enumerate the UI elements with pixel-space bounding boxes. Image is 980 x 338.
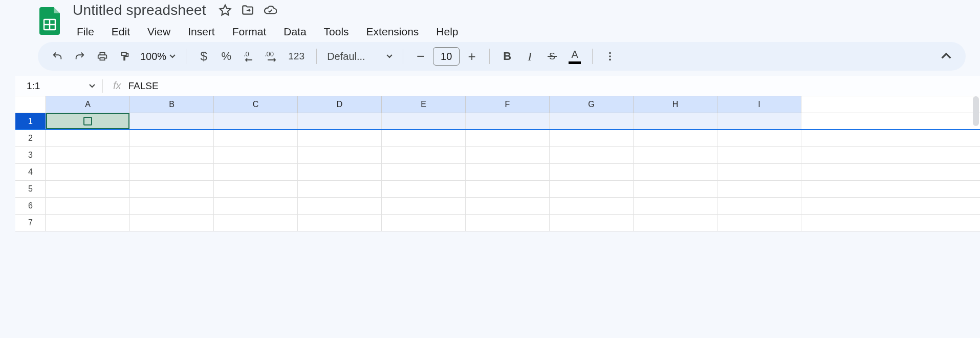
decrease-decimal-button[interactable]: .0	[238, 46, 259, 67]
cell[interactable]	[634, 164, 717, 180]
font-family-select[interactable]: Defaul...	[324, 51, 396, 62]
cell[interactable]	[717, 130, 801, 146]
row-header[interactable]: 7	[15, 215, 46, 231]
cell[interactable]	[466, 147, 550, 163]
cell[interactable]	[298, 181, 382, 197]
cell[interactable]	[130, 130, 214, 146]
cell[interactable]	[130, 181, 214, 197]
paint-format-button[interactable]	[115, 46, 135, 67]
font-size-input[interactable]	[433, 47, 460, 66]
menu-file[interactable]: File	[70, 23, 101, 41]
cell[interactable]	[46, 130, 130, 146]
menu-tools[interactable]: Tools	[317, 23, 356, 41]
text-color-button[interactable]: A	[564, 46, 585, 67]
cell[interactable]	[214, 130, 298, 146]
cell[interactable]	[298, 164, 382, 180]
chevron-down-icon[interactable]	[89, 83, 95, 89]
column-header[interactable]: F	[466, 96, 550, 113]
cell[interactable]	[466, 130, 550, 146]
cell[interactable]	[550, 147, 634, 163]
collapse-toolbar-button[interactable]	[936, 46, 956, 67]
cell[interactable]	[46, 215, 130, 231]
column-header[interactable]: D	[298, 96, 382, 113]
select-all-corner[interactable]	[15, 96, 46, 113]
cell[interactable]	[717, 113, 801, 129]
column-header[interactable]: I	[717, 96, 801, 113]
cell[interactable]	[298, 198, 382, 214]
cloud-status-icon[interactable]	[264, 4, 277, 17]
cell[interactable]	[634, 113, 717, 129]
column-header[interactable]: H	[634, 96, 717, 113]
column-header[interactable]: E	[382, 96, 466, 113]
cell[interactable]	[634, 215, 717, 231]
menu-insert[interactable]: Insert	[181, 23, 222, 41]
menu-extensions[interactable]: Extensions	[359, 23, 426, 41]
menu-format[interactable]: Format	[225, 23, 274, 41]
cell[interactable]	[717, 147, 801, 163]
name-box[interactable]: 1:1	[15, 80, 102, 92]
print-button[interactable]	[92, 46, 113, 67]
cell[interactable]	[466, 215, 550, 231]
cell[interactable]	[634, 198, 717, 214]
row-header[interactable]: 6	[15, 198, 46, 214]
row-header[interactable]: 2	[15, 130, 46, 146]
row-header[interactable]: 4	[15, 164, 46, 180]
cell[interactable]	[214, 113, 298, 129]
cell[interactable]	[214, 147, 298, 163]
cell[interactable]	[214, 181, 298, 197]
active-cell[interactable]	[46, 113, 130, 129]
number-format-button[interactable]: 123	[284, 46, 309, 67]
cell[interactable]	[382, 181, 466, 197]
cell[interactable]	[214, 215, 298, 231]
cell[interactable]	[634, 147, 717, 163]
menu-edit[interactable]: Edit	[104, 23, 137, 41]
cell[interactable]	[717, 181, 801, 197]
menu-data[interactable]: Data	[276, 23, 313, 41]
bold-button[interactable]: B	[497, 46, 517, 67]
cell[interactable]	[46, 181, 130, 197]
formula-input[interactable]	[128, 80, 980, 92]
cell[interactable]	[550, 130, 634, 146]
cell[interactable]	[550, 181, 634, 197]
cell[interactable]	[717, 164, 801, 180]
percent-button[interactable]: %	[216, 46, 236, 67]
cell[interactable]	[717, 198, 801, 214]
row-header[interactable]: 5	[15, 181, 46, 197]
star-icon[interactable]	[219, 4, 232, 17]
cell[interactable]	[382, 147, 466, 163]
redo-button[interactable]	[70, 46, 90, 67]
row-header[interactable]: 3	[15, 147, 46, 163]
cell[interactable]	[298, 130, 382, 146]
cell[interactable]	[634, 181, 717, 197]
cell[interactable]	[298, 147, 382, 163]
move-icon[interactable]	[241, 4, 254, 17]
cell[interactable]	[550, 113, 634, 129]
menu-view[interactable]: View	[140, 23, 178, 41]
cell[interactable]	[214, 164, 298, 180]
column-header[interactable]: G	[550, 96, 634, 113]
checkbox-unchecked-icon[interactable]	[83, 117, 92, 125]
cell[interactable]	[214, 198, 298, 214]
cell[interactable]	[130, 113, 214, 129]
column-header[interactable]: B	[130, 96, 214, 113]
cell[interactable]	[382, 113, 466, 129]
cell[interactable]	[634, 130, 717, 146]
column-header[interactable]: C	[214, 96, 298, 113]
cell[interactable]	[130, 147, 214, 163]
cell[interactable]	[382, 198, 466, 214]
increase-decimal-button[interactable]: .00	[261, 46, 281, 67]
cell[interactable]	[130, 215, 214, 231]
cell[interactable]	[46, 147, 130, 163]
cell[interactable]	[466, 198, 550, 214]
cell[interactable]	[382, 130, 466, 146]
strikethrough-button[interactable]: S	[542, 46, 562, 67]
more-button[interactable]	[600, 46, 620, 67]
cell[interactable]	[298, 215, 382, 231]
cell[interactable]	[130, 164, 214, 180]
decrease-font-size-button[interactable]: −	[410, 46, 431, 67]
vertical-scroll-thumb[interactable]	[973, 96, 979, 126]
cell[interactable]	[466, 164, 550, 180]
cell[interactable]	[466, 113, 550, 129]
cell[interactable]	[382, 164, 466, 180]
italic-button[interactable]: I	[519, 46, 540, 67]
